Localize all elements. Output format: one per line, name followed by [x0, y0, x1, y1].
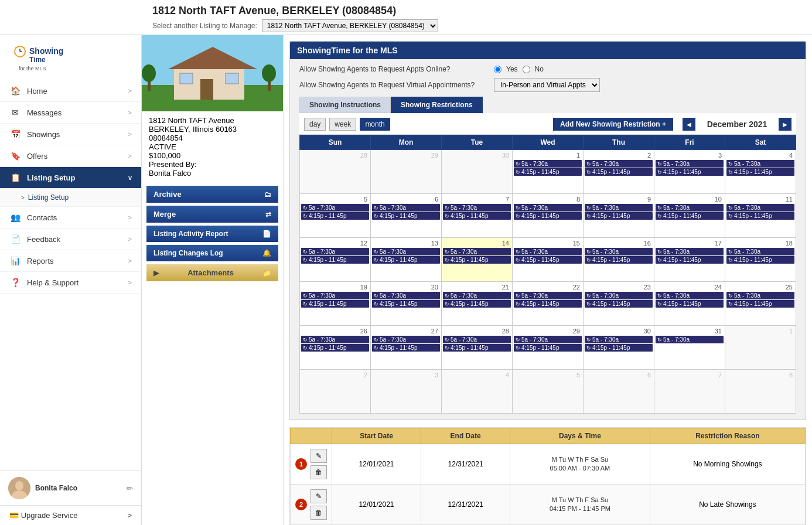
- restriction-event[interactable]: ↻4:15p - 11:45p: [656, 256, 724, 264]
- calendar-day-cell[interactable]: 7↻5a - 7:30a↻4:15p - 11:45p: [442, 194, 513, 238]
- calendar-day-cell[interactable]: 2: [300, 370, 371, 414]
- restriction-event[interactable]: ↻4:15p - 11:45p: [372, 256, 440, 264]
- delete-restriction-button[interactable]: 🗑: [311, 465, 327, 479]
- sidebar-item-home[interactable]: 🏠 Home >: [0, 80, 141, 102]
- restriction-event[interactable]: ↻5a - 7:30a: [301, 204, 369, 212]
- restriction-event[interactable]: ↻5a - 7:30a: [585, 336, 653, 343]
- sidebar-item-listing-setup[interactable]: 📋 Listing Setup v: [0, 167, 141, 189]
- calendar-day-cell[interactable]: 23↻5a - 7:30a↻4:15p - 11:45p: [584, 282, 654, 326]
- day-view-button[interactable]: day: [304, 118, 326, 131]
- calendar-day-cell[interactable]: 13↻5a - 7:30a↻4:15p - 11:45p: [371, 238, 442, 282]
- restriction-event[interactable]: ↻5a - 7:30a: [726, 160, 794, 168]
- calendar-day-cell[interactable]: 25↻5a - 7:30a↻4:15p - 11:45p: [725, 282, 796, 326]
- restriction-event[interactable]: ↻4:15p - 11:45p: [656, 168, 724, 176]
- restriction-event[interactable]: ↻4:15p - 11:45p: [301, 300, 369, 308]
- calendar-day-cell[interactable]: 19↻5a - 7:30a↻4:15p - 11:45p: [300, 282, 371, 326]
- restriction-event[interactable]: ↻5a - 7:30a: [443, 336, 511, 343]
- restriction-event[interactable]: ↻4:15p - 11:45p: [585, 300, 653, 308]
- calendar-day-cell[interactable]: 21↻5a - 7:30a↻4:15p - 11:45p: [442, 282, 513, 326]
- restriction-event[interactable]: ↻5a - 7:30a: [514, 204, 582, 212]
- calendar-day-cell[interactable]: 28: [300, 150, 371, 194]
- restriction-event[interactable]: ↻5a - 7:30a: [585, 160, 653, 168]
- restriction-event[interactable]: ↻5a - 7:30a: [726, 204, 794, 212]
- calendar-day-cell[interactable]: 12↻5a - 7:30a↻4:15p - 11:45p: [300, 238, 371, 282]
- restriction-event[interactable]: ↻5a - 7:30a: [301, 336, 369, 343]
- calendar-day-cell[interactable]: 18↻5a - 7:30a↻4:15p - 11:45p: [725, 238, 796, 282]
- sidebar-item-showings[interactable]: 📅 Showings >: [0, 124, 141, 145]
- tab-showing-restrictions[interactable]: Showing Restrictions: [391, 97, 483, 113]
- restriction-event[interactable]: ↻4:15p - 11:45p: [656, 212, 724, 220]
- restriction-event[interactable]: ↻4:15p - 11:45p: [514, 212, 582, 220]
- archive-button[interactable]: Archive 🗂: [146, 186, 278, 203]
- calendar-day-cell[interactable]: 2↻5a - 7:30a↻4:15p - 11:45p: [584, 150, 654, 194]
- delete-restriction-button[interactable]: 🗑: [311, 506, 327, 520]
- tab-showing-instructions[interactable]: Showing Instructions: [299, 97, 391, 113]
- calendar-day-cell[interactable]: 5↻5a - 7:30a↻4:15p - 11:45p: [300, 194, 371, 238]
- calendar-day-cell[interactable]: 1: [725, 326, 796, 370]
- restriction-event[interactable]: ↻5a - 7:30a: [656, 336, 724, 343]
- sidebar-item-upgrade[interactable]: 💳 Upgrade Service >: [0, 505, 141, 525]
- month-view-button[interactable]: month: [360, 118, 390, 131]
- sidebar-item-help[interactable]: ❓ Help & Support >: [0, 272, 141, 294]
- calendar-day-cell[interactable]: 28↻5a - 7:30a↻4:15p - 11:45p: [442, 326, 513, 370]
- calendar-day-cell[interactable]: 10↻5a - 7:30a↻4:15p - 11:45p: [654, 194, 725, 238]
- restriction-event[interactable]: ↻5a - 7:30a: [301, 292, 369, 299]
- sidebar-item-contacts[interactable]: 👥 Contacts >: [0, 207, 141, 229]
- restriction-event[interactable]: ↻4:15p - 11:45p: [443, 256, 511, 264]
- restriction-event[interactable]: ↻5a - 7:30a: [514, 248, 582, 255]
- calendar-day-cell[interactable]: 4: [442, 370, 513, 414]
- calendar-day-cell[interactable]: 3↻5a - 7:30a↻4:15p - 11:45p: [654, 150, 725, 194]
- restriction-event[interactable]: ↻4:15p - 11:45p: [443, 344, 511, 352]
- restriction-event[interactable]: ↻5a - 7:30a: [514, 336, 582, 343]
- restriction-event[interactable]: ↻4:15p - 11:45p: [585, 168, 653, 176]
- restriction-event[interactable]: ↻5a - 7:30a: [443, 248, 511, 255]
- restriction-event[interactable]: ↻5a - 7:30a: [514, 292, 582, 299]
- add-new-showing-restriction-button[interactable]: Add New Showing Restriction +: [553, 118, 673, 131]
- edit-user-icon[interactable]: ✏: [127, 484, 133, 493]
- calendar-day-cell[interactable]: 27↻5a - 7:30a↻4:15p - 11:45p: [371, 326, 442, 370]
- restriction-event[interactable]: ↻4:15p - 11:45p: [372, 300, 440, 308]
- calendar-day-cell[interactable]: 9↻5a - 7:30a↻4:15p - 11:45p: [584, 194, 654, 238]
- calendar-day-cell[interactable]: 22↻5a - 7:30a↻4:15p - 11:45p: [513, 282, 584, 326]
- restriction-event[interactable]: ↻5a - 7:30a: [656, 204, 724, 212]
- restriction-event[interactable]: ↻4:15p - 11:45p: [726, 300, 794, 308]
- calendar-day-cell[interactable]: 11↻5a - 7:30a↻4:15p - 11:45p: [725, 194, 796, 238]
- restriction-event[interactable]: ↻4:15p - 11:45p: [372, 344, 440, 352]
- calendar-day-cell[interactable]: 1↻5a - 7:30a↻4:15p - 11:45p: [513, 150, 584, 194]
- restriction-event[interactable]: ↻5a - 7:30a: [372, 336, 440, 343]
- calendar-day-cell[interactable]: 30: [442, 150, 513, 194]
- restriction-event[interactable]: ↻5a - 7:30a: [372, 248, 440, 255]
- restriction-event[interactable]: ↻4:15p - 11:45p: [514, 344, 582, 352]
- restriction-event[interactable]: ↻4:15p - 11:45p: [726, 256, 794, 264]
- restriction-event[interactable]: ↻5a - 7:30a: [301, 248, 369, 255]
- sidebar-item-messages[interactable]: ✉ Messages >: [0, 102, 141, 124]
- restriction-event[interactable]: ↻4:15p - 11:45p: [301, 212, 369, 220]
- restriction-event[interactable]: ↻4:15p - 11:45p: [585, 344, 653, 352]
- listing-select[interactable]: 1812 North TAFT Avenue, BERKELEY (080848…: [262, 19, 438, 32]
- sidebar-item-feedback[interactable]: 📄 Feedback >: [0, 229, 141, 250]
- calendar-day-cell[interactable]: 6↻5a - 7:30a↻4:15p - 11:45p: [371, 194, 442, 238]
- allow-online-yes-radio[interactable]: [494, 66, 501, 73]
- edit-restriction-button[interactable]: ✎: [311, 489, 327, 503]
- property-mls[interactable]: 08084854: [149, 134, 276, 142]
- restriction-event[interactable]: ↻4:15p - 11:45p: [726, 212, 794, 220]
- calendar-day-cell[interactable]: 14↻5a - 7:30a↻4:15p - 11:45p: [442, 238, 513, 282]
- restriction-event[interactable]: ↻5a - 7:30a: [585, 204, 653, 212]
- calendar-day-cell[interactable]: 15↻5a - 7:30a↻4:15p - 11:45p: [513, 238, 584, 282]
- calendar-day-cell[interactable]: 8: [725, 370, 796, 414]
- calendar-day-cell[interactable]: 24↻5a - 7:30a↻4:15p - 11:45p: [654, 282, 725, 326]
- restriction-event[interactable]: ↻5a - 7:30a: [656, 160, 724, 168]
- restriction-event[interactable]: ↻4:15p - 11:45p: [585, 212, 653, 220]
- listing-changes-log-button[interactable]: Listing Changes Log 🔔: [146, 245, 278, 261]
- restriction-event[interactable]: ↻5a - 7:30a: [585, 248, 653, 255]
- restriction-event[interactable]: ↻4:15p - 11:45p: [443, 300, 511, 308]
- prev-month-button[interactable]: ◄: [683, 118, 695, 131]
- restriction-event[interactable]: ↻5a - 7:30a: [656, 248, 724, 255]
- calendar-day-cell[interactable]: 5: [513, 370, 584, 414]
- sidebar-item-offers[interactable]: 🔖 Offers >: [0, 145, 141, 167]
- calendar-day-cell[interactable]: 17↻5a - 7:30a↻4:15p - 11:45p: [654, 238, 725, 282]
- restriction-event[interactable]: ↻5a - 7:30a: [372, 204, 440, 212]
- next-month-button[interactable]: ►: [779, 118, 791, 131]
- restriction-event[interactable]: ↻5a - 7:30a: [585, 292, 653, 299]
- restriction-event[interactable]: ↻4:15p - 11:45p: [514, 168, 582, 176]
